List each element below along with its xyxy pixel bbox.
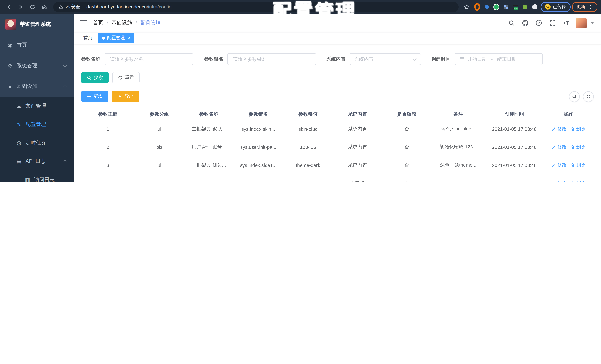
param-name-field[interactable] <box>104 53 193 65</box>
plus-icon <box>87 94 91 99</box>
breadcrumb: 首页/基础设施/配置管理 <box>93 20 161 26</box>
cell-sensitive: 否 <box>382 144 431 150</box>
delete-icon <box>571 145 575 149</box>
back-icon[interactable] <box>4 2 14 12</box>
delete-link[interactable]: 删除 <box>571 162 585 168</box>
builtin-select[interactable]: 系统内置 <box>350 53 421 65</box>
delete-link[interactable]: 删除 <box>571 144 585 150</box>
column-header: 参数名称 <box>184 111 233 117</box>
cell-id: 1 <box>81 126 135 132</box>
delete-link[interactable]: 删除 <box>571 180 585 182</box>
config-table: 参数主键参数分组参数名称参数键名参数键值系统内置是否敏感备注创建时间操作 1ui… <box>81 108 594 182</box>
profile-paused-badge[interactable]: 已暂停 <box>541 2 571 12</box>
url-host: dashboard.yudao.iocoder.cn <box>86 4 147 10</box>
table-header-row: 参数主键参数分组参数名称参数键名参数键值系统内置是否敏感备注创建时间操作 <box>81 108 594 120</box>
github-icon[interactable] <box>521 19 529 27</box>
param-key-input[interactable] <box>232 56 311 62</box>
cell-value: 123456 <box>283 144 333 150</box>
screen: 不安全 dashboard.yudao.iocoder.cn/infra/con… <box>0 0 601 182</box>
search-button[interactable]: 搜索 <box>81 72 109 83</box>
param-name-input[interactable] <box>109 56 188 62</box>
home-icon[interactable] <box>39 2 50 12</box>
reload-icon[interactable] <box>27 2 38 12</box>
refresh-table-icon[interactable] <box>583 91 594 102</box>
cell-actions: 修改删除 <box>544 162 594 168</box>
header-actions: ? TT <box>508 18 594 28</box>
puzzle-extensions-menu-icon[interactable] <box>532 4 538 10</box>
url-path: /infra/config <box>147 4 171 10</box>
cell-key: sys.index.sideT... <box>233 162 283 168</box>
toggle-search-icon[interactable] <box>569 91 580 102</box>
green-ring-extension-icon[interactable] <box>493 4 499 10</box>
search-icon[interactable] <box>508 19 515 27</box>
cell-group: 1 <box>135 181 184 182</box>
export-button[interactable]: 导出 <box>112 91 139 102</box>
user-menu-caret-icon[interactable] <box>591 22 594 24</box>
column-header: 创建时间 <box>485 111 543 117</box>
annotation-title: 配置管理 <box>273 0 358 23</box>
api-log-icon: ▤ <box>16 158 22 164</box>
close-icon[interactable]: × <box>128 35 130 40</box>
font-size-icon[interactable]: TT <box>562 19 570 27</box>
sidebar-item-首页[interactable]: ◉首页 <box>0 35 74 55</box>
sidebar-item-基础设施[interactable]: ▣基础设施 <box>0 76 74 97</box>
sidebar-item-配置管理[interactable]: ✎配置管理 <box>0 115 74 134</box>
fullscreen-icon[interactable] <box>549 19 556 27</box>
date-range-picker[interactable]: 开始日期 - 结束日期 <box>455 53 543 65</box>
chrome-update-button[interactable]: 更新 ⋮ <box>572 2 598 12</box>
export-button-label: 导出 <box>124 93 134 100</box>
cell-actions: 修改删除 <box>544 126 594 132</box>
tab-首页[interactable]: 首页 <box>80 33 96 43</box>
forward-icon[interactable] <box>16 2 26 12</box>
column-header: 操作 <box>544 111 594 117</box>
cell-value: 10 <box>283 181 333 182</box>
cell-created: 2021-01-05 17:03:48 <box>485 126 543 132</box>
chevron-down-icon <box>63 63 67 67</box>
tab-配置管理[interactable]: 配置管理× <box>98 33 134 43</box>
browser-menu-icon[interactable]: ⋮ <box>588 4 593 9</box>
column-header: 参数键值 <box>283 111 333 117</box>
edit-link[interactable]: 修改 <box>552 162 567 168</box>
builtin-select-placeholder: 系统内置 <box>354 56 374 62</box>
breadcrumb-item[interactable]: 基础设施 <box>111 20 132 26</box>
sidebar-item-API 日志[interactable]: ▤API 日志 <box>0 152 74 171</box>
table-toolbar <box>569 91 594 102</box>
edit-link[interactable]: 修改 <box>552 144 567 150</box>
cell-id: 3 <box>81 162 135 168</box>
sidebar-item-文件管理[interactable]: ☁文件管理 <box>0 97 74 115</box>
cell-remark: 5 <box>431 181 485 182</box>
site-security[interactable]: 不安全 <box>58 3 80 10</box>
edit-link[interactable]: 修改 <box>552 126 567 132</box>
user-avatar[interactable] <box>576 18 587 28</box>
add-button[interactable]: 新增 <box>81 91 108 102</box>
orange-donut-extension-icon[interactable] <box>474 4 480 10</box>
app-logo-row[interactable]: 芋道管理系统 <box>0 14 74 35</box>
delete-icon <box>571 163 575 167</box>
bookmark-star-icon[interactable] <box>462 4 471 10</box>
app-logo <box>5 19 16 30</box>
sidebar-item-定时任务[interactable]: ◷定时任务 <box>0 134 74 152</box>
sidebar-item-系统管理[interactable]: ⚙系统管理 <box>0 55 74 76</box>
param-key-field[interactable] <box>228 53 316 65</box>
hamburger-icon[interactable] <box>80 20 87 25</box>
edit-link[interactable]: 修改 <box>552 180 567 182</box>
reset-button[interactable]: 重置 <box>112 72 140 83</box>
cell-type: 系统内置 <box>333 144 382 150</box>
sidebar-item-label: 访问日志 <box>34 177 55 182</box>
grid-extension-icon[interactable] <box>503 4 509 10</box>
breadcrumb-item[interactable]: 首页 <box>93 20 103 26</box>
onetab-extension-icon[interactable]: on <box>512 4 519 10</box>
delete-link[interactable]: 删除 <box>571 126 585 132</box>
help-icon[interactable]: ? <box>535 19 542 27</box>
address-bar[interactable]: 不安全 dashboard.yudao.iocoder.cn/infra/con… <box>53 2 459 12</box>
green-blob-extension-icon[interactable] <box>522 4 528 10</box>
cell-sensitive: 否 <box>382 162 431 168</box>
chevron-up-icon <box>63 160 67 164</box>
breadcrumb-item[interactable]: 配置管理 <box>140 20 161 26</box>
reset-button-label: 重置 <box>125 74 134 81</box>
blue-drop-extension-icon[interactable] <box>484 4 490 10</box>
cell-value: skin-blue <box>283 126 333 132</box>
extensions-tray: on <box>474 4 538 10</box>
active-dot-icon <box>102 36 105 39</box>
sidebar-item-访问日志[interactable]: ▥访问日志 <box>0 171 74 182</box>
